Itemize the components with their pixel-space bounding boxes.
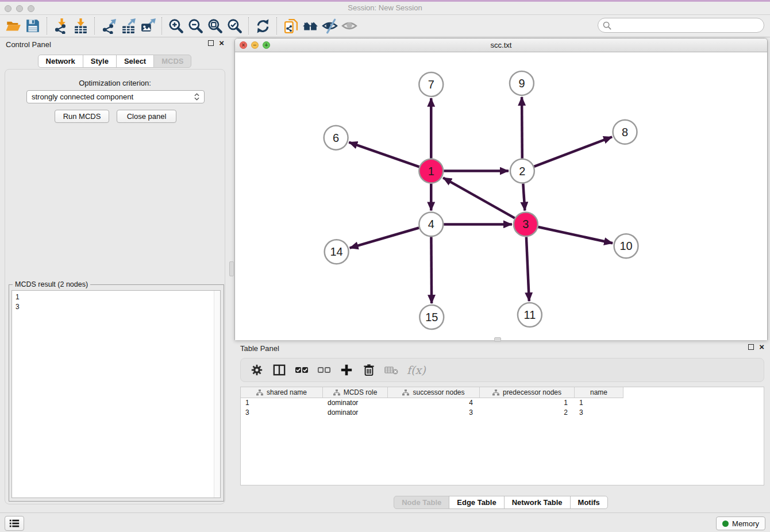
- column-header-shared-name[interactable]: shared name: [241, 387, 323, 398]
- graph-edge-4-14[interactable]: [350, 228, 419, 248]
- horizontal-splitter-handle[interactable]: [494, 337, 501, 342]
- table-cell[interactable]: 1: [575, 398, 623, 408]
- graph-node-11[interactable]: 11: [518, 303, 542, 327]
- column-header-successor-nodes[interactable]: successor nodes: [388, 387, 480, 398]
- zoom-fit-icon[interactable]: [205, 16, 225, 36]
- clone-network-icon[interactable]: [281, 16, 301, 36]
- open-icon[interactable]: [3, 16, 23, 36]
- result-scrollbar[interactable]: [214, 291, 220, 498]
- table-cell[interactable]: 3: [388, 408, 480, 418]
- window-titlebar[interactable]: Session: New Session: [0, 0, 770, 15]
- table-row[interactable]: 3dominator323: [241, 408, 764, 418]
- mcds-result-title: MCDS result (2 nodes): [13, 280, 90, 288]
- zoom-in-icon[interactable]: [166, 16, 186, 36]
- tab-network-table[interactable]: Network Table: [504, 496, 571, 509]
- column-header-predecessor-nodes[interactable]: predecessor nodes: [480, 387, 575, 398]
- graph-node-8[interactable]: 8: [613, 120, 637, 144]
- search-box[interactable]: [598, 18, 764, 33]
- network-canvas[interactable]: 7968124314101511: [235, 52, 767, 340]
- optimization-label: Optimization criterion:: [5, 79, 225, 87]
- tab-mcds[interactable]: MCDS: [153, 55, 191, 68]
- tab-motifs[interactable]: Motifs: [570, 496, 608, 509]
- table-cell[interactable]: 2: [480, 408, 575, 418]
- add-icon[interactable]: [340, 363, 353, 377]
- graph-node-10[interactable]: 10: [614, 234, 638, 258]
- table-row[interactable]: 1dominator411: [241, 398, 764, 408]
- delete-table-icon: [384, 363, 398, 377]
- svg-text:11: 11: [524, 309, 536, 321]
- graph-edge-1-6[interactable]: [349, 142, 419, 167]
- hide-graphics-icon[interactable]: [320, 16, 340, 36]
- run-mcds-button[interactable]: Run MCDS: [55, 110, 109, 123]
- graph-node-4[interactable]: 4: [419, 212, 443, 236]
- graph-edge-3-1[interactable]: [443, 178, 515, 218]
- table-cell[interactable]: dominator: [323, 408, 388, 418]
- close-panel-icon[interactable]: ×: [759, 344, 764, 350]
- table-cell[interactable]: 1: [480, 398, 575, 408]
- mcds-result-group: MCDS result (2 nodes) 1 3: [9, 284, 224, 502]
- graph-edge-2-9[interactable]: [522, 97, 522, 159]
- table-cell[interactable]: 3: [241, 408, 323, 418]
- import-table-icon[interactable]: [71, 16, 90, 36]
- graph-node-7[interactable]: 7: [419, 72, 443, 97]
- zoom-out-icon[interactable]: [186, 16, 205, 36]
- toolbar-separator: [161, 17, 162, 34]
- export-table-icon[interactable]: [118, 16, 138, 36]
- tab-node-table[interactable]: Node Table: [394, 496, 449, 509]
- graph-edge-4-15[interactable]: [431, 237, 432, 303]
- mcds-result-text: 1 3: [12, 291, 220, 314]
- toolbar-separator: [276, 17, 277, 34]
- mcds-result-box[interactable]: 1 3: [11, 290, 221, 498]
- vertical-splitter-handle[interactable]: [229, 261, 234, 276]
- column-header-MCDS-role[interactable]: MCDS role: [323, 387, 388, 398]
- node-table[interactable]: shared nameMCDS rolesuccessor nodesprede…: [240, 387, 764, 485]
- network-window-titlebar[interactable]: × − + scc.txt: [235, 38, 767, 52]
- delete-icon[interactable]: [362, 363, 376, 377]
- table-panel: Table Panel × f(x) shared: [234, 342, 768, 511]
- graph-node-14[interactable]: 14: [325, 240, 349, 264]
- graph-edge-3-10[interactable]: [538, 227, 613, 243]
- task-history-button[interactable]: [5, 516, 24, 531]
- table-cell[interactable]: 3: [575, 408, 623, 418]
- window-accent-strip: [0, 0, 770, 2]
- tab-edge-table[interactable]: Edge Table: [449, 496, 504, 509]
- graph-edge-2-3[interactable]: [523, 184, 525, 211]
- graph-node-9[interactable]: 9: [510, 71, 534, 95]
- memory-button[interactable]: Memory: [716, 516, 765, 530]
- gear-icon[interactable]: [250, 363, 264, 377]
- graph-node-2[interactable]: 2: [510, 159, 534, 183]
- tab-style[interactable]: Style: [83, 55, 117, 68]
- tab-network[interactable]: Network: [38, 55, 83, 68]
- zoom-selected-icon[interactable]: [225, 16, 244, 36]
- export-image-icon[interactable]: [138, 16, 157, 36]
- graph-node-15[interactable]: 15: [419, 305, 444, 329]
- column-header-name[interactable]: name: [575, 387, 623, 398]
- graph-node-6[interactable]: 6: [324, 126, 348, 150]
- toolbar-separator: [47, 17, 47, 34]
- select-all-icon[interactable]: [295, 363, 309, 377]
- close-panel-button[interactable]: Close panel: [117, 110, 176, 123]
- search-input[interactable]: [615, 21, 759, 30]
- optimization-dropdown[interactable]: strongly connected component: [26, 90, 205, 103]
- export-network-icon[interactable]: [99, 16, 118, 36]
- graph-edge-2-8[interactable]: [534, 137, 612, 167]
- graph-edge-3-11[interactable]: [526, 237, 529, 301]
- tab-select[interactable]: Select: [116, 55, 154, 68]
- columns-icon[interactable]: [272, 363, 286, 377]
- import-network-icon[interactable]: [51, 16, 71, 36]
- table-cell[interactable]: 4: [388, 398, 480, 408]
- refresh-icon[interactable]: [253, 16, 272, 36]
- float-panel-icon[interactable]: [748, 344, 754, 350]
- close-panel-icon[interactable]: ×: [219, 40, 224, 47]
- svg-text:1: 1: [428, 165, 434, 178]
- save-icon[interactable]: [23, 16, 43, 36]
- list-icon: [9, 518, 20, 529]
- table-cell[interactable]: dominator: [323, 398, 388, 408]
- graph-node-1[interactable]: 1: [419, 159, 443, 183]
- svg-text:3: 3: [522, 218, 529, 230]
- deselect-all-icon[interactable]: [317, 363, 331, 377]
- graph-node-3[interactable]: 3: [514, 212, 538, 236]
- table-cell[interactable]: 1: [241, 398, 323, 408]
- float-panel-icon[interactable]: [208, 40, 214, 46]
- neighbors-icon[interactable]: [301, 16, 320, 36]
